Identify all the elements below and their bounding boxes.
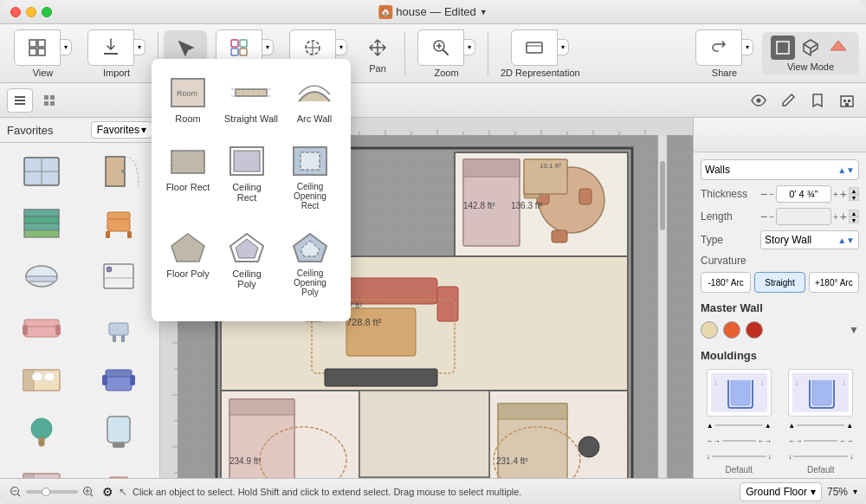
view-btn[interactable] — [14, 29, 61, 66]
sidebar-item-mirror[interactable] — [81, 406, 156, 456]
color-orange[interactable] — [723, 321, 740, 339]
moulding-slider-2[interactable] — [797, 424, 844, 426]
curvature-neg180[interactable]: -180° Arc — [701, 272, 751, 293]
popup-ceiling-rect[interactable]: Ceiling Rect — [221, 138, 273, 214]
sidebar-item-sofa[interactable] — [3, 302, 79, 352]
auxiliaries-arrow[interactable]: ▾ — [336, 39, 347, 55]
thickness-down[interactable]: ▼ — [849, 194, 859, 201]
eye-icon[interactable] — [746, 88, 771, 113]
maximize-button[interactable] — [42, 7, 52, 17]
moulding-2-arrow-right[interactable]: ←→ — [839, 437, 853, 445]
popup-floor-rect[interactable]: Floor Rect — [162, 138, 214, 214]
representation-arrow[interactable]: ▾ — [558, 39, 569, 55]
representation-group[interactable]: ▾ 2D Representation — [494, 26, 587, 81]
moulding-1-up[interactable]: ▲ — [707, 422, 714, 430]
zoom-slider[interactable] — [26, 490, 78, 494]
sidebar-item-shower[interactable] — [81, 250, 156, 300]
color-beige[interactable] — [701, 321, 718, 339]
moulding-2-down[interactable]: ▲ — [846, 422, 853, 430]
moulding-2-arrow-down[interactable]: ↓ — [788, 453, 792, 461]
close-button[interactable] — [10, 7, 21, 17]
sidebar-item-bathtub[interactable] — [3, 250, 79, 300]
length-minus2[interactable]: − — [769, 212, 774, 222]
view-group[interactable]: ▾ View — [7, 26, 79, 81]
moulding-1-arrow-left[interactable]: ←→ — [707, 437, 721, 445]
pan-group[interactable]: Pan — [356, 30, 399, 77]
popup-straight-wall[interactable]: Straight Wall — [221, 69, 281, 127]
length-minus[interactable]: − — [760, 210, 767, 223]
tools-arrow[interactable]: ▾ — [262, 39, 274, 55]
thickness-minus2[interactable]: − — [769, 190, 774, 199]
moulding-1-arrow-right[interactable]: ←→ — [758, 437, 772, 445]
zoom-arrow[interactable]: ▾ — [464, 39, 475, 55]
import-group[interactable]: ▾ Import — [81, 26, 152, 81]
minimize-button[interactable] — [26, 7, 36, 17]
sidebar-toggle[interactable] — [7, 88, 33, 113]
share-group[interactable]: ▾ Share — [688, 26, 760, 81]
length-up[interactable]: ▲ — [849, 210, 859, 216]
zoom-arrow[interactable]: ▾ — [853, 487, 857, 496]
building-icon[interactable] — [835, 88, 859, 113]
walls-dropdown[interactable]: Walls ▲▼ — [701, 159, 859, 180]
list-view-btn[interactable] — [36, 88, 62, 113]
moulding-2-up[interactable]: ▲ — [788, 422, 795, 430]
popup-floor-poly[interactable]: Floor Poly — [162, 224, 214, 300]
moulding-1-arrow-down2[interactable]: ↓ — [768, 453, 772, 461]
moulding-1-down[interactable]: ▲ — [765, 422, 772, 430]
sidebar-item-chair[interactable] — [81, 198, 156, 249]
thickness-minus[interactable]: − — [760, 187, 767, 201]
sidebar-item-door[interactable] — [81, 146, 156, 197]
import-btn[interactable] — [87, 29, 134, 66]
view-arrow[interactable]: ▾ — [61, 39, 72, 55]
thickness-plus2[interactable]: + — [833, 190, 838, 199]
import-arrow[interactable]: ▾ — [134, 39, 145, 55]
share-arrow[interactable]: ▾ — [742, 39, 753, 55]
favorites-dropdown[interactable]: Favorites ▾ — [91, 121, 152, 139]
thickness-plus[interactable]: + — [840, 187, 847, 201]
master-wall-arrow[interactable]: ▼ — [849, 324, 859, 336]
color-red[interactable] — [746, 321, 763, 339]
pen-icon[interactable] — [776, 88, 800, 113]
sidebar-item-desk-chair[interactable] — [81, 458, 156, 478]
share-btn[interactable] — [695, 29, 742, 66]
moulding-2-arrow-left[interactable]: ←→ — [788, 437, 802, 445]
zoom-group[interactable]: ▾ Zoom — [410, 26, 482, 81]
popup-ceiling-opening-poly[interactable]: Ceiling OpeningPoly — [280, 224, 340, 300]
curvature-pos180[interactable]: +180° Arc — [809, 272, 859, 293]
thickness-up[interactable]: ▲ — [849, 187, 859, 194]
floor-select[interactable]: Ground Floor ▾ — [740, 482, 822, 501]
moulding-vslider-1[interactable] — [712, 456, 766, 457]
moulding-1-arrow-down[interactable]: ↓ — [707, 453, 710, 461]
length-value[interactable] — [776, 208, 831, 225]
moulding-slider-1[interactable] — [715, 424, 763, 426]
moulding-vslider-2[interactable] — [793, 456, 848, 457]
sidebar-item-stool[interactable] — [81, 302, 156, 352]
length-plus[interactable]: + — [840, 210, 847, 223]
length-plus2[interactable]: + — [833, 212, 838, 222]
sidebar-item-window[interactable] — [3, 146, 79, 197]
zoom-btn[interactable] — [417, 29, 464, 66]
popup-ceiling-poly[interactable]: Ceiling Poly — [221, 224, 273, 300]
moulding-hslider-2[interactable] — [804, 440, 837, 442]
sidebar-item-bookshelf[interactable] — [3, 198, 79, 249]
popup-arc-wall[interactable]: Arc Wall — [288, 69, 340, 127]
length-down[interactable]: ▼ — [849, 216, 859, 223]
sidebar-item-bed[interactable] — [3, 354, 79, 404]
moulding-2-arrow-down2[interactable]: ↓ — [850, 453, 853, 461]
zoom-out-btn[interactable] — [9, 485, 23, 499]
sidebar-item-armchair[interactable] — [81, 354, 156, 404]
thickness-value[interactable]: 0' 4 ¾" — [776, 185, 831, 203]
zoom-in-btn[interactable] — [81, 485, 95, 499]
type-select[interactable]: Story Wall ▲▼ — [760, 230, 859, 249]
viewmode-group[interactable]: View Mode — [762, 32, 859, 75]
settings-icon[interactable]: ⚙ — [102, 485, 113, 499]
moulding-hslider-1[interactable] — [722, 440, 756, 442]
sidebar-item-plant[interactable] — [3, 406, 79, 456]
popup-menu[interactable]: Room Room Straight Wall — [152, 59, 351, 321]
sidebar-item-double-bed[interactable] — [3, 458, 79, 478]
curvature-straight[interactable]: Straight — [754, 272, 805, 293]
popup-ceiling-opening-rect[interactable]: Ceiling OpeningRect — [280, 138, 340, 214]
popup-room[interactable]: Room Room — [162, 69, 214, 127]
bookmark-icon[interactable] — [805, 88, 830, 113]
representation-btn[interactable] — [511, 29, 558, 66]
